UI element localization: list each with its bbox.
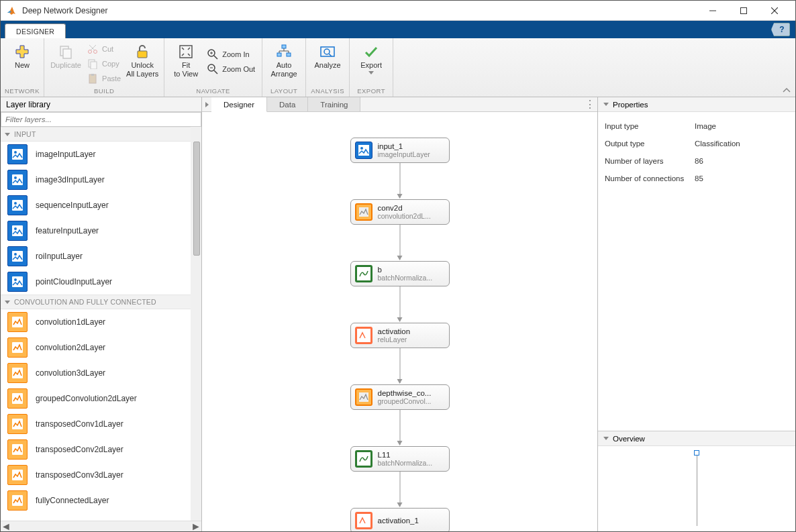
check-icon bbox=[363, 44, 379, 60]
layer-item-label: imageInputLayer bbox=[36, 150, 95, 159]
export-button[interactable]: Export bbox=[354, 41, 389, 87]
category-input[interactable]: INPUT bbox=[1, 127, 201, 142]
layer-item-label: transposedConv3dLayer bbox=[36, 470, 123, 480]
layer-item-label: featureInputLayer bbox=[36, 226, 99, 235]
layer-item[interactable]: convolution1dLayer bbox=[1, 309, 201, 335]
layer-item[interactable]: groupedConvolution2dLayer bbox=[1, 386, 201, 411]
prop-input-type-label: Input type bbox=[605, 122, 695, 130]
network-node[interactable]: bbatchNormaliza... bbox=[350, 261, 450, 286]
svg-point-36 bbox=[14, 227, 17, 230]
svg-rect-31 bbox=[12, 174, 23, 185]
prop-nlayers-label: Number of layers bbox=[605, 157, 695, 165]
layer-item[interactable]: transposedConv1dLayer bbox=[1, 411, 201, 437]
group-label-analysis: ANALYSIS bbox=[310, 87, 345, 97]
node-name: activation bbox=[378, 327, 411, 335]
layer-item[interactable]: transposedConv2dLayer bbox=[1, 437, 201, 462]
scroll-left-icon[interactable]: ◄ bbox=[1, 521, 11, 532]
layer-thumb-icon bbox=[7, 195, 28, 215]
tabs-caret-icon[interactable] bbox=[202, 97, 211, 111]
svg-line-8 bbox=[89, 45, 95, 50]
zoom-in-icon bbox=[207, 49, 218, 60]
network-node[interactable]: activationreluLayer bbox=[350, 323, 450, 348]
analyze-icon bbox=[319, 44, 336, 60]
zoom-out-icon bbox=[207, 64, 218, 74]
layer-item[interactable]: pointCloudInputLayer bbox=[1, 269, 201, 295]
help-button[interactable]: ? bbox=[771, 23, 790, 36]
layer-thumb-icon bbox=[7, 272, 28, 292]
layer-item[interactable]: fullyConnectedLayer bbox=[1, 488, 201, 513]
network-node[interactable]: conv2dconvolution2dL... bbox=[350, 199, 450, 225]
collapse-ribbon-icon[interactable] bbox=[782, 87, 791, 94]
overview-header[interactable]: Overview bbox=[598, 431, 795, 446]
zoom-out-button[interactable]: Zoom Out bbox=[205, 62, 258, 76]
category-conv[interactable]: CONVOLUTION AND FULLY CONNECTED bbox=[1, 295, 201, 309]
svg-rect-13 bbox=[91, 74, 94, 76]
group-label-navigate: NAVIGATE bbox=[168, 87, 258, 97]
close-button[interactable] bbox=[759, 1, 790, 21]
svg-line-9 bbox=[91, 45, 96, 50]
layer-item-label: transposedConv1dLayer bbox=[36, 419, 123, 429]
network-node[interactable]: depthwise_co...groupedConvol... bbox=[350, 384, 450, 410]
tabs-menu-icon[interactable]: ⋮ bbox=[584, 97, 596, 111]
auto-arrange-button[interactable]: Auto Arrange bbox=[266, 41, 301, 87]
window-title: Deep Network Designer bbox=[22, 6, 697, 15]
layer-thumb-icon bbox=[7, 144, 28, 164]
copy-icon bbox=[87, 58, 98, 69]
filter-layers-input[interactable] bbox=[1, 112, 201, 127]
new-button[interactable]: New bbox=[5, 41, 40, 87]
layer-thumb-icon bbox=[7, 414, 28, 434]
layer-item[interactable]: transposedConv3dLayer bbox=[1, 462, 201, 488]
layer-item[interactable]: convolution2dLayer bbox=[1, 335, 201, 360]
node-type-icon bbox=[355, 265, 372, 282]
prop-output-type-label: Output type bbox=[605, 140, 695, 148]
scroll-right-icon[interactable]: ► bbox=[191, 521, 201, 532]
network-node[interactable]: input_1imageInputLayer bbox=[350, 138, 450, 163]
layer-item[interactable]: roiInputLayer bbox=[1, 244, 201, 269]
right-panel: Properties Input typeImage Output typeCl… bbox=[598, 97, 795, 531]
network-node[interactable]: activation_1 bbox=[350, 508, 450, 531]
svg-line-17 bbox=[214, 56, 217, 59]
paste-button: Paste bbox=[85, 72, 123, 85]
svg-point-32 bbox=[14, 176, 17, 179]
layer-item[interactable]: featureInputLayer bbox=[1, 218, 201, 244]
library-hscrollbar[interactable]: ◄ ► bbox=[1, 521, 201, 531]
layer-item[interactable]: convolution3dLayer bbox=[1, 360, 201, 386]
layer-item-label: groupedConvolution2dLayer bbox=[36, 394, 137, 403]
overview-viewport-icon[interactable] bbox=[694, 450, 699, 456]
properties-header[interactable]: Properties bbox=[598, 97, 795, 112]
layer-item[interactable]: sequenceInputLayer bbox=[1, 193, 201, 218]
tab-training-view[interactable]: Training bbox=[308, 97, 360, 111]
svg-rect-46 bbox=[12, 444, 23, 455]
toolstrip: New NETWORK Duplicate Cut Copy Paste Unl… bbox=[1, 38, 795, 97]
node-name: b bbox=[378, 266, 433, 274]
layer-item-label: sequenceInputLayer bbox=[36, 201, 109, 210]
scissors-icon bbox=[87, 44, 98, 54]
prop-nlayers-value: 86 bbox=[695, 157, 703, 165]
analyze-button[interactable]: Analyze bbox=[310, 41, 345, 87]
svg-rect-29 bbox=[12, 149, 23, 160]
layer-item[interactable]: imageInputLayer bbox=[1, 142, 201, 167]
layer-item[interactable]: image3dInputLayer bbox=[1, 167, 201, 193]
prop-nconn-value: 85 bbox=[695, 174, 703, 182]
network-node[interactable]: L11batchNormaliza... bbox=[350, 446, 450, 472]
layer-item-label: image3dInputLayer bbox=[36, 175, 105, 184]
zoom-in-button[interactable]: Zoom In bbox=[205, 48, 258, 61]
layer-thumb-icon bbox=[7, 363, 28, 383]
layer-thumb-icon bbox=[7, 388, 28, 409]
overview-body[interactable] bbox=[598, 446, 795, 531]
library-scrollbar[interactable] bbox=[191, 127, 201, 521]
fit-to-view-button[interactable]: Fit to View bbox=[168, 41, 203, 87]
tab-designer[interactable]: DESIGNER bbox=[5, 23, 66, 38]
prop-nconn-label: Number of connections bbox=[605, 174, 695, 182]
svg-rect-24 bbox=[277, 53, 281, 56]
layer-thumb-icon bbox=[7, 246, 28, 266]
tab-designer-view[interactable]: Designer bbox=[211, 97, 267, 112]
node-type-icon bbox=[355, 388, 372, 406]
layer-thumb-icon bbox=[7, 337, 28, 358]
network-canvas[interactable]: input_1imageInputLayerconv2dconvolution2… bbox=[202, 112, 597, 531]
maximize-button[interactable] bbox=[728, 1, 759, 21]
minimize-button[interactable] bbox=[697, 1, 728, 21]
tab-data-view[interactable]: Data bbox=[267, 97, 308, 111]
svg-point-27 bbox=[324, 49, 330, 54]
unlock-button[interactable]: Unlock All Layers bbox=[125, 41, 160, 87]
